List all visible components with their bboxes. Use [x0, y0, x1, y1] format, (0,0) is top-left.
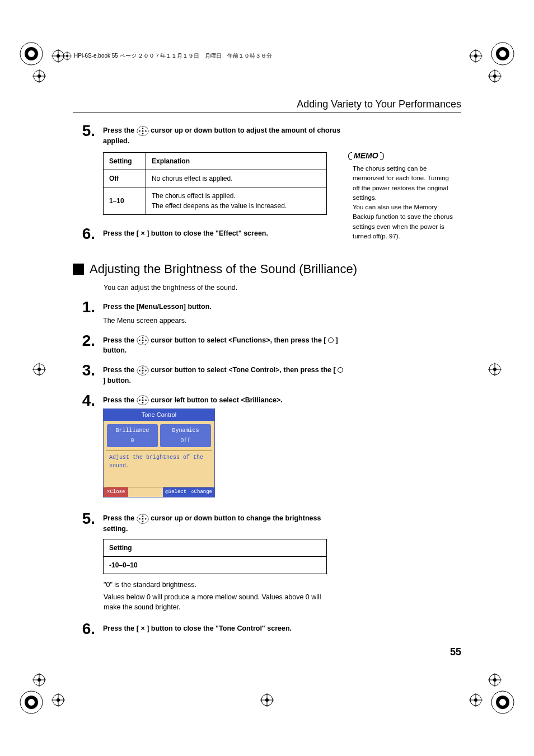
step-number: 4.	[73, 392, 95, 408]
step-number: 6.	[73, 225, 95, 242]
crop-mark-icon	[32, 69, 46, 83]
step-2-brilliance: 2. Press the cursor button to select <Fu…	[73, 332, 461, 356]
x-button-glyph: ×	[140, 228, 144, 239]
circle-button-glyph	[328, 337, 334, 343]
svg-point-27	[493, 74, 496, 78]
step-5-brilliance: 5. Press the cursor up or down button to…	[73, 510, 461, 574]
crop-mark-icon	[488, 363, 502, 376]
step-text: Press the	[103, 396, 134, 404]
step-3-brilliance: 3. Press the cursor button to select <To…	[73, 361, 461, 386]
step-text: cursor left button to select <Brilliance…	[151, 396, 282, 404]
screenshot-close: ×Close	[104, 487, 128, 497]
tab-value: Off	[161, 436, 210, 445]
print-rosette-tr	[489, 40, 516, 67]
step-number: 5.	[73, 510, 95, 527]
brightness-settings-table: Setting -10–0–10	[103, 539, 327, 574]
svg-point-63	[142, 340, 143, 341]
page-number: 55	[450, 646, 461, 658]
subheading-description: You can adjust the brightness of the sou…	[104, 283, 339, 293]
svg-point-47	[57, 698, 60, 702]
tab-value: 0	[108, 436, 157, 445]
section-divider	[73, 112, 461, 112]
crop-mark-icon	[469, 693, 483, 707]
svg-point-67	[142, 400, 143, 401]
table-cell: Off	[104, 170, 146, 187]
step-1-brilliance: 1. Press the [Menu/Lesson] button. The M…	[73, 298, 461, 326]
print-rosette-tl	[18, 40, 45, 67]
table-row: Off No chorus effect is applied.	[104, 170, 327, 187]
svg-point-35	[493, 368, 496, 371]
crop-mark-icon	[469, 49, 483, 63]
crop-mark-icon	[32, 673, 46, 687]
svg-point-8	[28, 699, 35, 706]
memo-sidebar: MEMO The chorus setting can be memorized…	[353, 150, 453, 241]
print-rosette-br	[489, 689, 516, 716]
step-text: Press the [Menu/Lesson] button.	[103, 302, 344, 312]
svg-point-5	[499, 50, 506, 57]
cursor-icon	[137, 365, 149, 375]
step-plain-text: The Menu screen appears.	[103, 316, 344, 326]
print-rosette-bl	[18, 689, 45, 716]
step-text: Press the [	[103, 229, 139, 237]
cursor-icon	[137, 514, 149, 524]
svg-point-11	[499, 699, 506, 706]
screenshot-tab-brilliance: Brilliance 0	[107, 424, 158, 447]
crop-mark-icon	[51, 693, 65, 707]
table-header: Setting	[104, 539, 327, 556]
square-bullet-icon	[73, 264, 84, 275]
step-text: Press the	[103, 126, 134, 134]
subheading-text: Adjusting the Brightness of the Sound (B…	[90, 262, 357, 276]
note-standard: "0" is the standard brightness.	[104, 580, 339, 590]
table-header: Explanation	[146, 152, 326, 170]
crop-mark-icon	[32, 363, 46, 376]
step-number: 6.	[73, 620, 95, 637]
step-text: ] button.	[103, 377, 131, 384]
step-number: 3.	[73, 361, 95, 378]
svg-point-43	[493, 678, 496, 682]
step-number: 2.	[73, 332, 95, 349]
screenshot-select: ◎Select	[163, 487, 189, 497]
step-text: ] button to close the "Tone Control" scr…	[147, 624, 292, 632]
step-text: Press the	[103, 514, 134, 522]
step-6-brilliance: 6. Press the [ × ] button to close the "…	[73, 620, 461, 637]
step-text: cursor up or down button to change the b…	[103, 514, 321, 533]
svg-point-2	[28, 50, 35, 57]
memo-text: The chorus setting can be memorized for …	[353, 164, 453, 241]
svg-point-61	[142, 130, 143, 132]
svg-point-19	[474, 54, 477, 58]
memo-label: MEMO	[353, 150, 380, 162]
table-cell: No chorus effect is applied.	[146, 170, 326, 187]
header-note-text: HPi-6S-e.book 55 ページ ２００７年１１月１９日 月曜日 午前１…	[74, 52, 273, 60]
svg-point-31	[38, 368, 41, 371]
svg-point-51	[265, 698, 269, 702]
cursor-icon	[137, 126, 149, 136]
step-text: cursor button to select <Functions>, the…	[151, 336, 326, 344]
step-number: 5.	[73, 122, 95, 139]
crop-mark-icon	[488, 673, 502, 687]
table-header: Setting	[104, 152, 146, 170]
svg-point-23	[38, 74, 41, 78]
step-text: Press the	[103, 366, 134, 374]
svg-point-65	[142, 369, 143, 371]
cursor-icon	[137, 335, 149, 345]
tab-label: Dynamics	[172, 428, 199, 434]
svg-point-39	[38, 678, 41, 682]
step-text: ] button to close the "Effect" screen.	[147, 229, 268, 237]
screenshot-desc: Adjust the brightness of the sound.	[106, 450, 212, 487]
note-range: Values below 0 will produce a more mello…	[104, 592, 339, 612]
table-row: 1–10 The chorus effect is applied. The e…	[104, 187, 327, 214]
svg-point-69	[142, 518, 143, 520]
table-cell: The chorus effect is applied. The effect…	[146, 187, 326, 214]
table-cell: 1–10	[104, 187, 146, 214]
step-text: Press the [	[103, 624, 139, 632]
section-title: Adding Variety to Your Performances	[297, 98, 461, 110]
tone-control-screenshot: Tone Control Brilliance 0 Dynamics Off A…	[103, 408, 215, 497]
table-cell: -10–0–10	[104, 556, 327, 574]
step-text: Press the	[103, 336, 134, 344]
header-note: HPi-6S-e.book 55 ページ ２００７年１１月１９日 月曜日 午前１…	[63, 51, 273, 60]
x-button-glyph: ×	[140, 623, 144, 634]
screenshot-change: ◇Change	[189, 487, 214, 497]
step-4-brilliance: 4. Press the cursor left button to selec…	[73, 392, 461, 505]
crop-mark-icon	[488, 69, 502, 83]
crop-mark-icon	[63, 51, 72, 60]
